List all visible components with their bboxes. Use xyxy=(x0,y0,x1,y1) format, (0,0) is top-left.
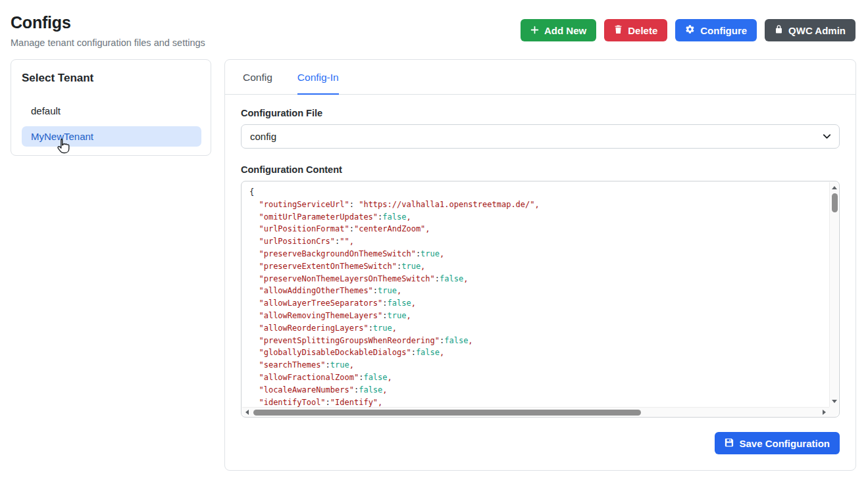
tab-config[interactable]: Config xyxy=(243,60,272,95)
toolbar: Add New Delete Configure QWC Admin xyxy=(521,19,855,41)
horizontal-scrollbar-thumb[interactable] xyxy=(253,410,641,416)
save-row: Save Configuration xyxy=(241,432,840,454)
config-file-select[interactable]: config xyxy=(241,124,840,149)
code-line: "allowFractionalZoom":false, xyxy=(249,371,827,384)
code-line: "preserveNonThemeLayersOnThemeSwitch":fa… xyxy=(249,273,827,285)
page-header: Configs Manage tenant configuration file… xyxy=(11,13,205,48)
tenant-list: defaultMyNewTenant xyxy=(22,101,201,147)
config-file-select-wrap: config xyxy=(241,124,840,149)
code-line: "localeAwareNumbers":false, xyxy=(249,384,827,396)
scroll-right-arrow-icon[interactable] xyxy=(823,410,826,415)
save-configuration-label: Save Configuration xyxy=(739,438,830,449)
scroll-down-arrow-icon[interactable] xyxy=(832,400,837,403)
configure-label: Configure xyxy=(700,25,747,36)
config-content-code[interactable]: { "routingServiceUrl": "https://valhalla… xyxy=(242,181,829,407)
code-line: "routingServiceUrl": "https://valhalla1.… xyxy=(249,199,827,211)
code-line: "preserveBackgroundOnThemeSwitch":true, xyxy=(249,248,827,260)
qwc-admin-button[interactable]: QWC Admin xyxy=(765,19,855,41)
config-content-editor[interactable]: { "routingServiceUrl": "https://valhalla… xyxy=(241,181,840,418)
gear-icon xyxy=(685,24,695,36)
vertical-scrollbar-thumb[interactable] xyxy=(832,193,838,212)
tenant-item-default[interactable]: default xyxy=(22,101,201,121)
add-new-label: Add New xyxy=(544,25,586,36)
code-line: "preventSplittingGroupsWhenReordering":f… xyxy=(249,335,827,347)
page-subtitle: Manage tenant configuration files and se… xyxy=(11,37,205,48)
code-line: "identifyTool":"Identify", xyxy=(249,396,827,407)
code-line: "allowReorderingLayers":true, xyxy=(249,322,827,335)
tenant-item-mynewtenant[interactable]: MyNewTenant xyxy=(22,126,201,147)
tab-config-in[interactable]: Config-In xyxy=(297,60,339,95)
plus-icon xyxy=(530,25,539,36)
tenant-panel-title: Select Tenant xyxy=(22,72,201,85)
code-line: "allowRemovingThemeLayers":true, xyxy=(249,310,827,322)
save-configuration-button[interactable]: Save Configuration xyxy=(715,432,840,454)
config-editor-content: Configuration File config Configuration … xyxy=(225,95,855,454)
horizontal-scrollbar[interactable] xyxy=(242,407,829,416)
scrollbar-corner xyxy=(829,407,838,416)
add-new-button[interactable]: Add New xyxy=(521,19,596,41)
vertical-scrollbar[interactable] xyxy=(829,182,838,407)
code-line: "globallyDisableDockableDialogs":false, xyxy=(249,347,827,359)
page-title: Configs xyxy=(11,13,205,32)
delete-button[interactable]: Delete xyxy=(604,19,667,41)
config-editor-panel: ConfigConfig-In Configuration File confi… xyxy=(224,59,856,471)
code-line: "preserveExtentOnThemeSwitch":true, xyxy=(249,260,827,273)
trash-icon xyxy=(614,25,623,36)
code-line: "searchThemes":true, xyxy=(249,359,827,371)
qwc-admin-label: QWC Admin xyxy=(788,25,846,36)
lock-icon xyxy=(775,24,783,36)
config-content-label: Configuration Content xyxy=(241,164,840,175)
tenant-panel: Select Tenant defaultMyNewTenant xyxy=(11,59,211,156)
code-line: "allowAddingOtherThemes":true, xyxy=(249,285,827,297)
scroll-left-arrow-icon[interactable] xyxy=(245,410,249,415)
code-line: "omitUrlParameterUpdates":false, xyxy=(249,211,827,224)
code-line: "urlPositionCrs":"", xyxy=(249,235,827,248)
code-line: "urlPositionFormat":"centerAndZoom", xyxy=(249,223,827,235)
code-line: { xyxy=(249,186,827,199)
scroll-up-arrow-icon[interactable] xyxy=(832,186,837,189)
code-line: "allowLayerTreeSeparators":false, xyxy=(249,297,827,310)
config-file-label: Configuration File xyxy=(241,108,840,118)
delete-label: Delete xyxy=(628,25,657,36)
configure-button[interactable]: Configure xyxy=(675,19,757,41)
tab-bar: ConfigConfig-In xyxy=(225,60,855,95)
save-icon xyxy=(725,438,734,449)
